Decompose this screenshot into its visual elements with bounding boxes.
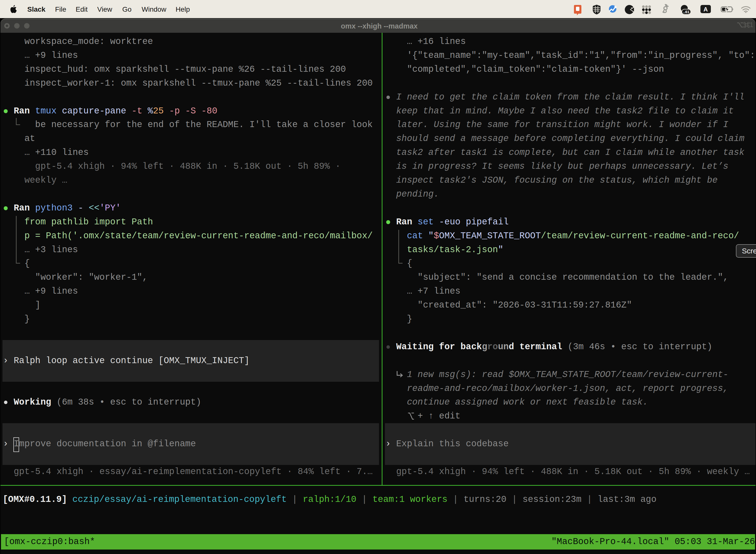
svg-text:A: A xyxy=(703,6,708,13)
svg-text:..61: ..61 xyxy=(683,10,689,14)
